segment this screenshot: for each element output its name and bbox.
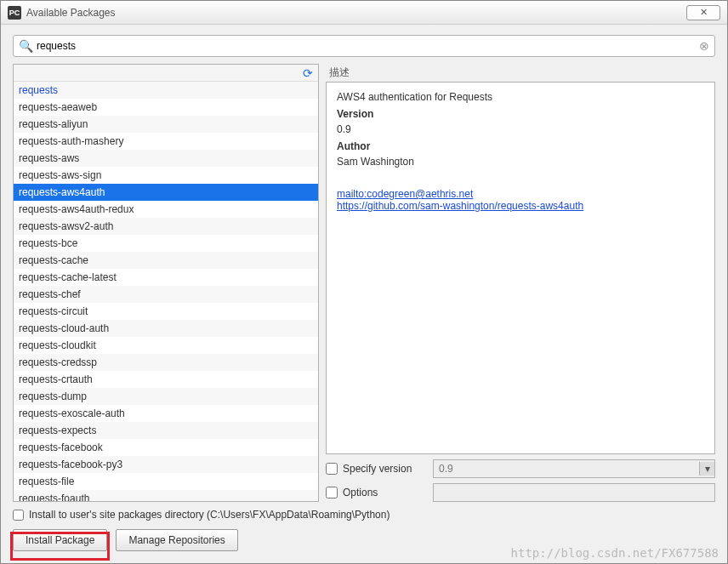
package-summary: AWS4 authentication for Requests	[337, 91, 704, 103]
repo-link[interactable]: https://github.com/sam-washington/reques…	[337, 200, 704, 212]
description-label: 描述	[326, 64, 715, 82]
search-field-wrap: 🔍 ⊗	[13, 35, 715, 57]
list-header: ⟳	[14, 65, 318, 82]
close-button[interactable]: ✕	[686, 5, 720, 20]
package-item[interactable]: requests-cache-latest	[14, 269, 318, 286]
close-icon: ✕	[700, 7, 708, 18]
install-dir-row: Install to user's site packages director…	[13, 509, 715, 521]
package-item[interactable]: requests-crtauth	[14, 371, 318, 388]
description-box: AWS4 authentication for Requests Version…	[326, 82, 715, 454]
main-area: ⟳ requestsrequests-aeawebrequests-aliyun…	[1, 64, 727, 502]
package-item[interactable]: requests-dump	[14, 388, 318, 405]
titlebar: PC Available Packages ✕	[1, 1, 727, 25]
package-item[interactable]: requests-aws-sign	[14, 167, 318, 184]
package-item[interactable]: requests-aws	[14, 150, 318, 167]
package-list[interactable]: requestsrequests-aeawebrequests-aliyunre…	[14, 82, 318, 501]
install-package-button[interactable]: Install Package	[13, 529, 107, 551]
options-row: Options	[326, 483, 715, 502]
window-title: Available Packages	[26, 7, 686, 19]
package-item[interactable]: requests-file	[14, 473, 318, 490]
version-dropdown[interactable]: 0.9 ▾	[433, 459, 715, 478]
package-item[interactable]: requests-cloudkit	[14, 337, 318, 354]
package-item[interactable]: requests-exoscale-auth	[14, 405, 318, 422]
refresh-icon[interactable]: ⟳	[303, 66, 313, 80]
package-item[interactable]: requests-credssp	[14, 354, 318, 371]
links-block: mailto:codegreen@aethris.net https://git…	[337, 188, 704, 212]
search-input[interactable]	[37, 40, 699, 52]
dialog-window: PC Available Packages ✕ 🔍 ⊗ ⟳ requestsre…	[0, 0, 728, 564]
package-item[interactable]: requests-expects	[14, 422, 318, 439]
package-item[interactable]: requests-awsv2-auth	[14, 218, 318, 235]
version-value: 0.9	[337, 123, 704, 135]
options-input[interactable]	[433, 483, 715, 502]
search-row: 🔍 ⊗	[1, 25, 727, 64]
clear-icon[interactable]: ⊗	[699, 39, 709, 53]
chevron-down-icon: ▾	[699, 462, 714, 476]
package-item[interactable]: requests-foauth	[14, 490, 318, 501]
bottom-bar: Install to user's site packages director…	[1, 502, 727, 563]
version-dropdown-value: 0.9	[439, 463, 453, 475]
package-item[interactable]: requests-aliyun	[14, 116, 318, 133]
search-icon: 🔍	[19, 39, 33, 53]
package-item[interactable]: requests-circuit	[14, 303, 318, 320]
package-item[interactable]: requests-aws4auth-redux	[14, 201, 318, 218]
button-row: Install Package Manage Repositories	[13, 529, 715, 551]
package-item[interactable]: requests-aeaweb	[14, 99, 318, 116]
version-label: Version	[337, 108, 704, 120]
options-label: Options	[343, 487, 428, 498]
specify-version-row: Specify version 0.9 ▾	[326, 459, 715, 478]
mailto-link[interactable]: mailto:codegreen@aethris.net	[337, 188, 704, 200]
specify-version-label: Specify version	[343, 463, 428, 475]
install-dir-label: Install to user's site packages director…	[29, 509, 390, 521]
package-item[interactable]: requests-bce	[14, 235, 318, 252]
app-icon: PC	[8, 6, 21, 20]
package-item[interactable]: requests-chef	[14, 286, 318, 303]
options-checkbox[interactable]	[326, 487, 338, 498]
author-label: Author	[337, 140, 704, 152]
package-item[interactable]: requests-auth-mashery	[14, 133, 318, 150]
package-item[interactable]: requests-cloud-auth	[14, 320, 318, 337]
package-item[interactable]: requests-aws4auth	[14, 184, 318, 201]
install-dir-checkbox[interactable]	[13, 510, 24, 521]
package-item[interactable]: requests-facebook-py3	[14, 456, 318, 473]
specify-version-checkbox[interactable]	[326, 463, 338, 475]
author-value: Sam Washington	[337, 156, 704, 168]
manage-repositories-button[interactable]: Manage Repositories	[116, 529, 237, 551]
detail-pane: 描述 AWS4 authentication for Requests Vers…	[326, 64, 715, 502]
package-list-pane: ⟳ requestsrequests-aeawebrequests-aliyun…	[13, 64, 319, 502]
package-item[interactable]: requests-facebook	[14, 439, 318, 456]
package-item[interactable]: requests	[14, 82, 318, 99]
package-item[interactable]: requests-cache	[14, 252, 318, 269]
